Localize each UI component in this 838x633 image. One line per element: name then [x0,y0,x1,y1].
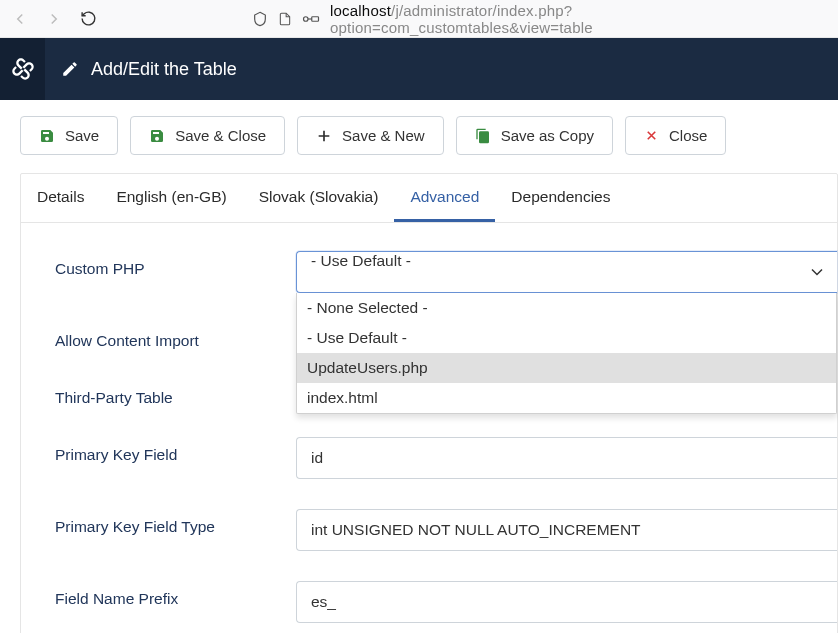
save-button[interactable]: Save [20,116,118,155]
page-title: Add/Edit the Table [91,59,237,80]
url-bar[interactable]: localhost/j/administrator/index.php?opti… [252,2,828,36]
close-label: Close [669,127,707,144]
pencil-icon [61,60,79,78]
browser-toolbar: localhost/j/administrator/index.php?opti… [0,0,838,38]
tab-details[interactable]: Details [21,174,100,222]
tab-english[interactable]: English (en-GB) [100,174,242,222]
save-new-button[interactable]: Save & New [297,116,444,155]
close-button[interactable]: Close [625,116,726,155]
label-custom-php: Custom PHP [55,251,296,278]
joomla-logo[interactable] [0,38,45,100]
dropdown-option-default[interactable]: - Use Default - [297,323,836,353]
svg-rect-1 [312,16,319,21]
label-pk-type: Primary Key Field Type [55,509,296,536]
dropdown-option-update-users[interactable]: UpdateUsers.php [297,353,836,383]
svg-point-0 [304,16,309,21]
save-copy-button[interactable]: Save as Copy [456,116,613,155]
row-custom-php: Custom PHP - Use Default - - None Select… [55,251,837,293]
select-custom-php[interactable]: - Use Default - [296,251,837,293]
row-prefix: Field Name Prefix [55,581,837,623]
row-pk-field: Primary Key Field [55,437,837,479]
tab-advanced[interactable]: Advanced [394,174,495,222]
form-panel: Details English (en-GB) Slovak (Slovakia… [20,173,838,633]
tab-dependencies[interactable]: Dependencies [495,174,626,222]
label-allow-import: Allow Content Import [55,323,296,350]
permissions-icon [302,12,320,26]
save-new-label: Save & New [342,127,425,144]
shield-icon [252,11,268,27]
row-pk-type: Primary Key Field Type [55,509,837,551]
dropdown-custom-php: - None Selected - - Use Default - Update… [296,293,837,414]
reload-button[interactable] [78,9,98,29]
action-toolbar: Save Save & Close Save & New Save as Cop… [20,116,838,173]
chevron-down-icon [811,268,823,276]
tab-bar: Details English (en-GB) Slovak (Slovakia… [21,174,837,223]
dropdown-option-index-html[interactable]: index.html [297,383,836,413]
input-prefix[interactable] [296,581,837,623]
save-copy-label: Save as Copy [501,127,594,144]
app-header: Add/Edit the Table [0,38,838,100]
input-pk-field[interactable] [296,437,837,479]
input-pk-type[interactable] [296,509,837,551]
save-close-label: Save & Close [175,127,266,144]
label-prefix: Field Name Prefix [55,581,296,608]
save-close-button[interactable]: Save & Close [130,116,285,155]
dropdown-option-none[interactable]: - None Selected - [297,293,836,323]
url-text: localhost/j/administrator/index.php?opti… [330,2,828,36]
plus-icon [316,128,332,144]
tab-slovak[interactable]: Slovak (Slovakia) [243,174,395,222]
save-icon [39,128,55,144]
save-icon [149,128,165,144]
copy-icon [475,128,491,144]
label-pk-field: Primary Key Field [55,437,296,464]
page-icon [278,11,292,27]
forward-button[interactable] [44,9,64,29]
form-content: Custom PHP - Use Default - - None Select… [21,223,837,633]
select-value: - Use Default - [311,252,411,269]
label-third-party: Third-Party Table [55,380,296,407]
save-label: Save [65,127,99,144]
back-button[interactable] [10,9,30,29]
main-content: Save Save & Close Save & New Save as Cop… [20,100,838,633]
close-icon [644,128,659,143]
